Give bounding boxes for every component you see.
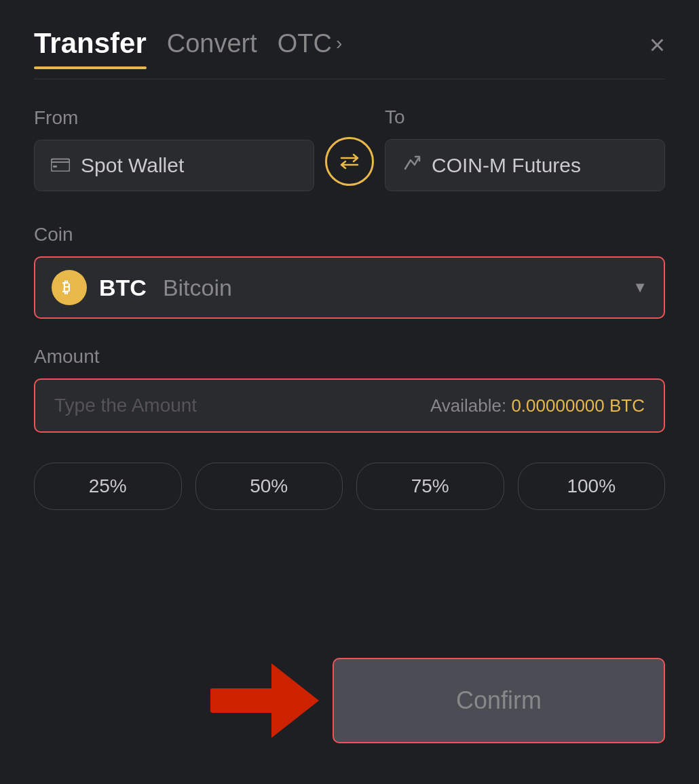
amount-placeholder: Type the Amount bbox=[54, 395, 197, 416]
arrow-head bbox=[271, 663, 319, 738]
close-button[interactable]: × bbox=[649, 31, 665, 65]
percent-100-button[interactable]: 100% bbox=[518, 463, 666, 510]
coin-label: Coin bbox=[34, 224, 665, 246]
amount-label: Amount bbox=[34, 346, 665, 368]
arrow-body bbox=[210, 688, 271, 713]
from-wallet-label: Spot Wallet bbox=[81, 154, 184, 177]
available-value: 0.00000000 BTC bbox=[511, 395, 645, 416]
svg-rect-0 bbox=[52, 159, 70, 171]
to-wallet-selector[interactable]: COIN-M Futures bbox=[385, 139, 665, 191]
amount-section: Amount Type the Amount Available: 0.0000… bbox=[34, 346, 665, 433]
svg-text:₿: ₿ bbox=[62, 279, 70, 296]
percent-50-button[interactable]: 50% bbox=[195, 463, 343, 510]
swap-button[interactable] bbox=[325, 137, 374, 186]
futures-icon bbox=[402, 153, 421, 177]
svg-rect-1 bbox=[53, 165, 57, 168]
from-label: From bbox=[34, 107, 314, 129]
from-to-section: From Spot Wallet bbox=[34, 106, 665, 191]
tab-convert[interactable]: Convert bbox=[167, 29, 257, 68]
coin-full-name: Bitcoin bbox=[163, 275, 232, 301]
to-label: To bbox=[385, 106, 665, 128]
otc-chevron-icon: › bbox=[336, 33, 342, 54]
to-wallet-label: COIN-M Futures bbox=[432, 154, 581, 177]
swap-button-wrapper bbox=[314, 137, 385, 191]
percent-75-button[interactable]: 75% bbox=[356, 463, 504, 510]
from-wallet-selector[interactable]: Spot Wallet bbox=[34, 140, 314, 191]
from-group: From Spot Wallet bbox=[34, 107, 314, 191]
wallet-card-icon bbox=[51, 155, 70, 176]
percent-25-button[interactable]: 25% bbox=[34, 463, 182, 510]
coin-selector[interactable]: ₿ BTC Bitcoin ▼ bbox=[34, 256, 665, 319]
bottom-section: Confirm bbox=[34, 658, 665, 743]
tab-transfer[interactable]: Transfer bbox=[34, 27, 147, 69]
available-balance: Available: 0.00000000 BTC bbox=[430, 395, 645, 416]
to-group: To COIN-M Futures bbox=[385, 106, 665, 191]
btc-icon: ₿ bbox=[52, 270, 87, 305]
tab-otc[interactable]: OTC › bbox=[278, 29, 343, 68]
arrow-indicator bbox=[210, 663, 319, 738]
header-tabs: Transfer Convert OTC › × bbox=[34, 27, 665, 69]
percent-buttons-group: 25% 50% 75% 100% bbox=[34, 463, 665, 510]
amount-input-wrapper[interactable]: Type the Amount Available: 0.00000000 BT… bbox=[34, 378, 665, 433]
coin-dropdown-icon: ▼ bbox=[632, 279, 647, 296]
red-arrow-shape bbox=[210, 663, 319, 738]
header-divider bbox=[34, 79, 665, 79]
transfer-modal: Transfer Convert OTC › × From Spot Walle… bbox=[0, 0, 699, 784]
coin-symbol: BTC bbox=[99, 275, 147, 301]
confirm-button[interactable]: Confirm bbox=[333, 658, 665, 743]
coin-section: Coin ₿ BTC Bitcoin ▼ bbox=[34, 224, 665, 319]
